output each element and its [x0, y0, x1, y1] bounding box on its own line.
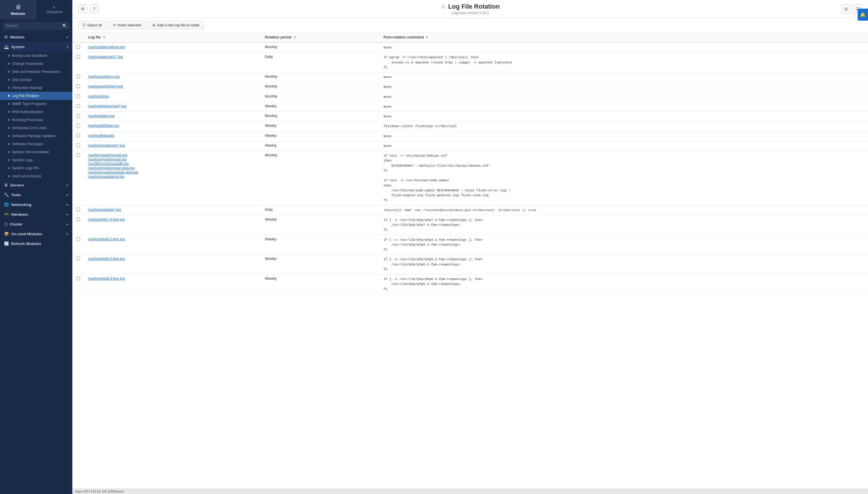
sidebar-item-cluster[interactable]: ⬡ Cluster ▸	[0, 219, 72, 229]
log-file-link[interactable]: /var/log/letsencrypt/*.log	[88, 104, 257, 108]
log-file-link[interactable]: /var/log/mysql/mysql-slow.log	[88, 166, 257, 170]
tools-collapse-icon: ▸	[67, 193, 68, 197]
filter-button[interactable]: ⊟	[842, 4, 851, 14]
sidebar-item-bootup[interactable]: Bootup and Shutdown	[0, 52, 72, 60]
sidebar-item-pam-auth[interactable]: PAM Authentication	[0, 108, 72, 116]
log-file-link[interactable]: /var/log/apt/term.log	[88, 75, 257, 79]
log-file-cell: /var/log/apache2/*.log	[84, 53, 261, 72]
log-file-link[interactable]: /var/log/btmp	[88, 94, 257, 98]
row-checkbox[interactable]	[76, 134, 80, 137]
row-checkbox[interactable]	[76, 104, 80, 108]
table-row: /var/log/php8.1-fpm.logWeeklyif [ -x /us…	[72, 235, 868, 254]
sidebar-item-software-pkg-updates[interactable]: Software Package Updates	[0, 132, 72, 140]
header-rotation-period[interactable]: Rotation period ⇅	[261, 33, 380, 42]
sidebar-item-scheduled-cron[interactable]: Scheduled Cron Jobs	[0, 124, 72, 132]
sidebar-item-servers[interactable]: 🖥 Servers ▸	[0, 180, 72, 190]
sidebar-item-mime-type[interactable]: MIME Type Programs	[0, 100, 72, 108]
sidebar-item-unused-modules[interactable]: 📦 Un-used Modules ▸	[0, 229, 72, 239]
row-checkbox[interactable]	[76, 208, 80, 211]
log-file-link[interactable]: /var/log/dpkg.log	[88, 114, 257, 118]
notification-bell[interactable]: 🔔	[858, 8, 868, 21]
sidebar-item-disk-network[interactable]: Disk and Network Filesystems	[0, 68, 72, 76]
sidebar-item-software-packages[interactable]: Software Packages	[0, 140, 72, 148]
header-post-rotation-cmd[interactable]: Post-rotation command ⇅	[380, 33, 868, 42]
sidebar-item-users-groups[interactable]: Users and Groups	[0, 172, 72, 180]
log-file-link[interactable]: /var/log/apt/history.log	[88, 84, 257, 88]
add-new-button[interactable]: ⊞ Add a new log file to rotate	[148, 21, 204, 29]
log-file-link[interactable]: /var/log/apache2/*.log	[88, 55, 257, 59]
sidebar-unused-label: Un-used Modules	[11, 232, 42, 236]
sidebar-item-running-processes[interactable]: Running Processes	[0, 116, 72, 124]
servers-nav-icon: 🖥	[4, 183, 8, 187]
log-file-link[interactable]: /var/log/firewalld	[88, 134, 257, 138]
sidebar-item-webmin[interactable]: ⚙ Webmin ▸	[0, 32, 72, 42]
log-file-link[interactable]: /var/lib/mysql/mysqld.log	[88, 153, 257, 157]
log-file-link[interactable]: /var/log/php8.2-fpm.log	[88, 257, 257, 261]
settings-button[interactable]: ⚙	[78, 4, 87, 14]
row-checkbox[interactable]	[76, 55, 80, 58]
row-checkbox[interactable]	[76, 144, 80, 147]
sidebar-item-log-file-rotation[interactable]: Log File Rotation	[0, 92, 72, 100]
webmin-brand-button[interactable]: 🖥 Webmin	[0, 0, 36, 19]
topbar: ⚙ ? ☆ Log File Rotation Logrotate versio…	[72, 0, 868, 18]
log-file-link[interactable]: /var/log/php7.4-fpm.log	[88, 217, 257, 222]
row-checkbox[interactable]	[76, 124, 80, 127]
sidebar-item-system-logs-rs[interactable]: System Logs RS	[0, 164, 72, 172]
virtualmin-label: Virtualmin	[46, 10, 62, 14]
rotation-cell: Weekly	[261, 254, 380, 274]
row-checkbox[interactable]	[76, 114, 80, 118]
log-file-link[interactable]: /var/log/mysql/mariadb-slow.log	[88, 170, 257, 174]
star-icon[interactable]: ☆	[441, 3, 446, 10]
row-checkbox[interactable]	[76, 153, 80, 157]
sidebar-item-system[interactable]: 💻 System ▾	[0, 42, 72, 52]
unused-nav-icon: 📦	[4, 231, 9, 236]
post-cmd-cell: None	[380, 141, 868, 151]
log-file-link[interactable]: /var/log/fail2ban.log	[88, 124, 257, 128]
log-file-link[interactable]: /var/lib/mysql/mariadb.log	[88, 162, 257, 166]
log-file-link[interactable]: /var/log/netdata/*.log	[88, 208, 257, 212]
virtualmin-button[interactable]: ▾ Virtualmin	[36, 0, 73, 19]
invert-selection-button[interactable]: ⇄ Invert selection	[109, 21, 146, 29]
table-row: /var/log/apt/history.logMonthlyNone	[72, 82, 868, 92]
bell-icon: 🔔	[860, 12, 866, 18]
log-file-link[interactable]: /var/log/mysql/error.log	[88, 175, 257, 179]
log-file-cell: /var/log/btmp	[84, 92, 261, 101]
log-file-link[interactable]: /var/log/php8.3-fpm.log	[88, 277, 257, 281]
sidebar-item-refresh-modules[interactable]: 🔄 Refresh Modules	[0, 239, 72, 248]
topbar-center: ☆ Log File Rotation Logrotate version 3.…	[99, 3, 842, 15]
post-cmd-cell: fail2ban-client flushlogs 1>/dev/null	[380, 121, 868, 131]
select-all-button[interactable]: ☑ Select all	[78, 21, 106, 29]
hardware-collapse-icon: ▸	[67, 213, 68, 216]
sidebar-item-change-passwords[interactable]: Change Passwords	[0, 60, 72, 68]
post-cmd-cell: None	[380, 92, 868, 101]
table-header-row: Log file ⇅ Rotation period ⇅ Post-rotati…	[72, 33, 868, 42]
sidebar-item-filesystem-backup[interactable]: Filesystem Backup	[0, 84, 72, 92]
row-checkbox[interactable]	[76, 75, 80, 78]
sidebar-item-disk-quotas[interactable]: Disk Quotas	[0, 76, 72, 84]
help-button[interactable]: ?	[90, 4, 99, 14]
row-checkbox[interactable]	[76, 237, 80, 241]
row-checkbox[interactable]	[76, 257, 80, 261]
sidebar-item-hardware[interactable]: 📟 Hardware ▸	[0, 209, 72, 219]
cluster-nav-icon: ⬡	[4, 222, 7, 226]
system-nav-icon: 💻	[4, 44, 9, 49]
row-checkbox[interactable]	[76, 45, 80, 49]
rotation-cell: Daily	[261, 53, 380, 72]
rotation-cell: Weekly	[261, 141, 380, 151]
webmin-nav-icon: ⚙	[4, 35, 8, 39]
log-file-link[interactable]: /var/log/manticore/*.log	[88, 144, 257, 148]
row-checkbox[interactable]	[76, 84, 80, 88]
log-file-link[interactable]: /var/log/php8.1-fpm.log	[88, 237, 257, 241]
row-checkbox[interactable]	[76, 217, 80, 221]
sidebar-item-tools[interactable]: 🔧 Tools ▸	[0, 190, 72, 200]
row-checkbox[interactable]	[76, 94, 80, 98]
sidebar-header: 🖥 Webmin ▾ Virtualmin	[0, 0, 72, 19]
log-file-link[interactable]: /var/log/alternatives.log	[88, 45, 257, 49]
row-checkbox[interactable]	[76, 277, 80, 280]
sidebar-item-networking[interactable]: 🌐 Networking ▸	[0, 200, 72, 209]
log-file-link[interactable]: /var/log/mysql/mysql.log	[88, 157, 257, 162]
sidebar-item-system-docs[interactable]: System Documentation	[0, 148, 72, 156]
sidebar-item-system-logs[interactable]: System Logs	[0, 156, 72, 164]
search-input[interactable]	[3, 22, 70, 30]
header-log-file[interactable]: Log file ⇅	[84, 33, 261, 42]
